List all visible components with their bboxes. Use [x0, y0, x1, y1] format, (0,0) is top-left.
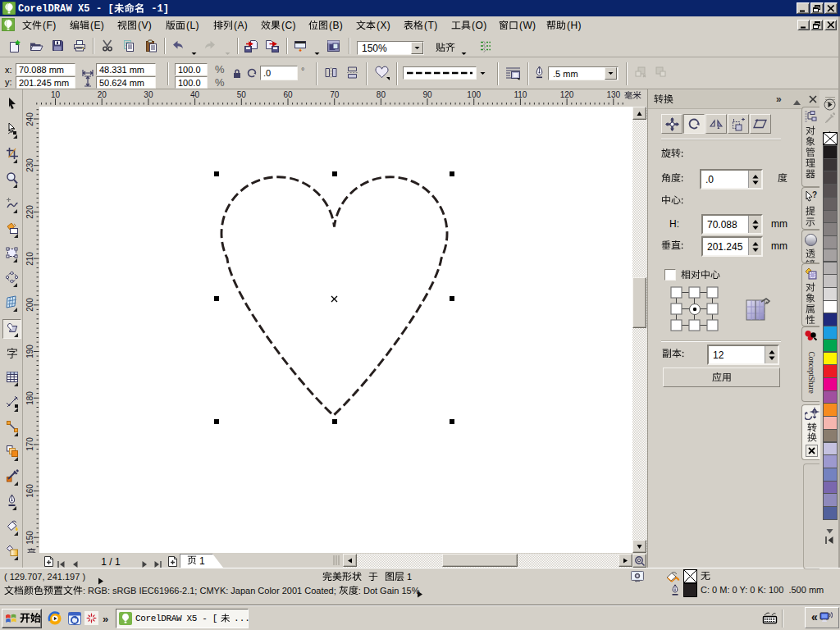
svg-text:110: 110 — [514, 90, 527, 99]
svg-text:120: 120 — [560, 90, 574, 99]
svg-text:80: 80 — [377, 90, 386, 99]
svg-text:60: 60 — [283, 90, 293, 99]
svg-text:50: 50 — [237, 90, 247, 99]
svg-text:70: 70 — [330, 90, 340, 99]
svg-text:20: 20 — [98, 90, 107, 99]
svg-text:130: 130 — [606, 90, 620, 99]
svg-text:90: 90 — [422, 90, 432, 99]
svg-text:?: ? — [812, 190, 817, 199]
svg-text:100: 100 — [467, 90, 481, 99]
svg-text:30: 30 — [144, 90, 153, 99]
svg-text:10: 10 — [51, 90, 61, 99]
svg-text:40: 40 — [190, 90, 200, 99]
